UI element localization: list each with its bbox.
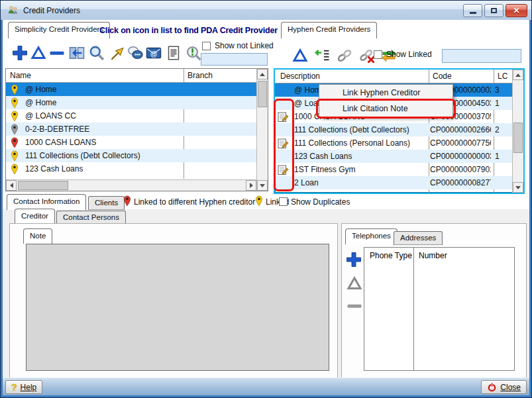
- pick-arrow-icon[interactable]: [109, 45, 125, 61]
- scroll-right-button[interactable]: [246, 180, 256, 191]
- show-duplicates-checkbox[interactable]: [279, 197, 288, 206]
- row-code: CP000000007756: [430, 138, 491, 148]
- scroll-up-button[interactable]: [257, 69, 268, 79]
- citation-note-icon[interactable]: [277, 111, 290, 123]
- gray-pin-icon[interactable]: [11, 124, 19, 135]
- row-lc: 2: [495, 125, 500, 134]
- add-icon[interactable]: [12, 45, 28, 61]
- tab-addresses[interactable]: Addresses: [394, 231, 443, 245]
- footer-bar: ? Help Close: [3, 377, 529, 395]
- scroll-left-button[interactable]: [6, 180, 17, 191]
- yellow-pin-icon[interactable]: [11, 84, 19, 95]
- col-number[interactable]: Number: [419, 251, 447, 260]
- match-boxes-icon[interactable]: [69, 45, 85, 61]
- col-phone-type[interactable]: Phone Type: [370, 251, 412, 260]
- col-lc[interactable]: LC: [498, 72, 507, 81]
- simplicity-row[interactable]: @ Home: [6, 83, 258, 96]
- menu-item-link-hyphen-creditor[interactable]: Link Hyphen Creditor: [319, 85, 452, 101]
- hyphen-row[interactable]: 111 Collections (Debt Collectors)CP00000…: [275, 123, 512, 136]
- hyphen-vscrollbar[interactable]: [512, 70, 523, 193]
- col-code[interactable]: Code: [433, 72, 452, 81]
- menu-item-link-citation-note[interactable]: Link Citation Note: [319, 101, 452, 117]
- row-lc: 3: [495, 85, 500, 95]
- close-window-button[interactable]: ✕: [505, 4, 527, 17]
- titlebar[interactable]: Credit Providers ✕: [1, 1, 531, 20]
- remove-phone-button[interactable]: [346, 298, 362, 314]
- simplicity-vscrollbar[interactable]: [256, 69, 268, 191]
- row-name: @ Home: [25, 98, 57, 107]
- email-icon[interactable]: @: [146, 45, 162, 61]
- simplicity-row[interactable]: @ LOANS CC: [6, 109, 258, 123]
- yellow-pin-icon[interactable]: [11, 111, 19, 122]
- minimize-icon: [470, 12, 476, 14]
- remove-icon[interactable]: [49, 45, 65, 61]
- comments-icon[interactable]: [127, 45, 143, 61]
- note-textarea[interactable]: [26, 244, 329, 371]
- creditor-panel: Note: [9, 223, 338, 378]
- add-phone-button[interactable]: [346, 252, 362, 268]
- hyphen-row[interactable]: 123 Cash LoansCP0000000000031: [275, 150, 512, 163]
- scroll-down-button[interactable]: [257, 180, 268, 191]
- red-pin-icon[interactable]: [11, 137, 19, 148]
- maximize-button[interactable]: [484, 4, 504, 17]
- help-icon: ?: [11, 382, 17, 393]
- unlink-chain-icon[interactable]: [359, 48, 375, 64]
- tab-simplicity-credit-providers[interactable]: Simplicity Credit Providers: [8, 22, 110, 38]
- hyphen-grid-header[interactable]: Description Code LC: [275, 70, 523, 83]
- edit-triangle-icon[interactable]: [30, 45, 46, 61]
- tab-note[interactable]: Note: [23, 228, 52, 244]
- simplicity-row[interactable]: 123 Cash Loans: [6, 162, 258, 175]
- scroll-up-button[interactable]: [513, 70, 523, 80]
- help-button[interactable]: ? Help: [5, 380, 42, 394]
- unlink-list-icon[interactable]: [314, 48, 330, 64]
- simplicity-filter-input[interactable]: [201, 53, 268, 66]
- simplicity-grid-header[interactable]: Name Branch: [6, 69, 268, 83]
- link-chain-icon[interactable]: [337, 48, 352, 64]
- simplicity-row[interactable]: @ Home: [6, 96, 258, 109]
- search-icon[interactable]: [89, 45, 105, 61]
- scroll-down-button[interactable]: [513, 182, 523, 193]
- col-description[interactable]: Description: [280, 72, 320, 81]
- hyphen-row[interactable]: 1ST Fitness GymCP000000007901: [275, 163, 512, 176]
- show-linked-checkbox[interactable]: [374, 50, 382, 59]
- tab-creditor[interactable]: Creditor: [15, 209, 55, 224]
- close-label: Close: [500, 383, 521, 392]
- col-name[interactable]: Name: [10, 71, 31, 80]
- edit-triangle-icon[interactable]: [292, 48, 308, 64]
- tab-telephones[interactable]: Telephones: [345, 228, 398, 244]
- tab-clients[interactable]: Clients: [88, 196, 125, 210]
- citation-note-icon[interactable]: [277, 164, 290, 176]
- note-icon-placeholder: [277, 124, 290, 136]
- row-name: 111 Collections (Debt Collectors): [25, 151, 140, 160]
- tab-contact-persons[interactable]: Contact Persons: [56, 211, 126, 224]
- power-icon: [487, 382, 497, 392]
- find-pda-icon[interactable]: [186, 45, 201, 61]
- simplicity-row[interactable]: 111 Collections (Debt Collectors): [6, 149, 258, 162]
- hyphen-row[interactable]: 111 Collections (Personal Loans)CP000000…: [275, 136, 512, 150]
- edit-phone-button[interactable]: [346, 275, 362, 291]
- close-icon: ✕: [513, 6, 519, 15]
- yellow-pin-icon[interactable]: [11, 164, 19, 175]
- citation-note-icon[interactable]: [277, 137, 290, 150]
- tab-contact-information[interactable]: Contact Information: [7, 194, 86, 210]
- simplicity-hscrollbar[interactable]: [6, 179, 256, 191]
- simplicity-row[interactable]: 0-2-B-DEBTFREE: [6, 123, 258, 136]
- yellow-pin-icon[interactable]: [11, 150, 19, 162]
- hyphen-row[interactable]: 2 LoanCP000000008277: [275, 176, 512, 189]
- row-code: CP000000008277: [430, 178, 491, 187]
- help-label: Help: [21, 383, 37, 392]
- document-icon[interactable]: [166, 45, 182, 61]
- col-branch[interactable]: Branch: [187, 71, 213, 80]
- tab-hyphen-credit-providers[interactable]: Hyphen Credit Providers: [281, 22, 377, 38]
- pda-hint-text: Click on icon in list to find PDA Credit…: [99, 26, 278, 35]
- row-description: 2 Loan: [294, 178, 427, 187]
- red-pin-icon: [123, 195, 131, 207]
- close-button[interactable]: Close: [481, 380, 527, 394]
- minimize-button[interactable]: [463, 4, 482, 17]
- show-not-linked-checkbox[interactable]: [202, 42, 211, 50]
- yellow-pin-icon[interactable]: [11, 97, 19, 109]
- simplicity-row[interactable]: 1000 CASH LOANS: [6, 136, 258, 149]
- hyphen-filter-input[interactable]: [442, 49, 521, 63]
- note-icon-placeholder: [277, 150, 290, 163]
- legend-red-label: Linked to different Hyphen creditor: [134, 197, 255, 207]
